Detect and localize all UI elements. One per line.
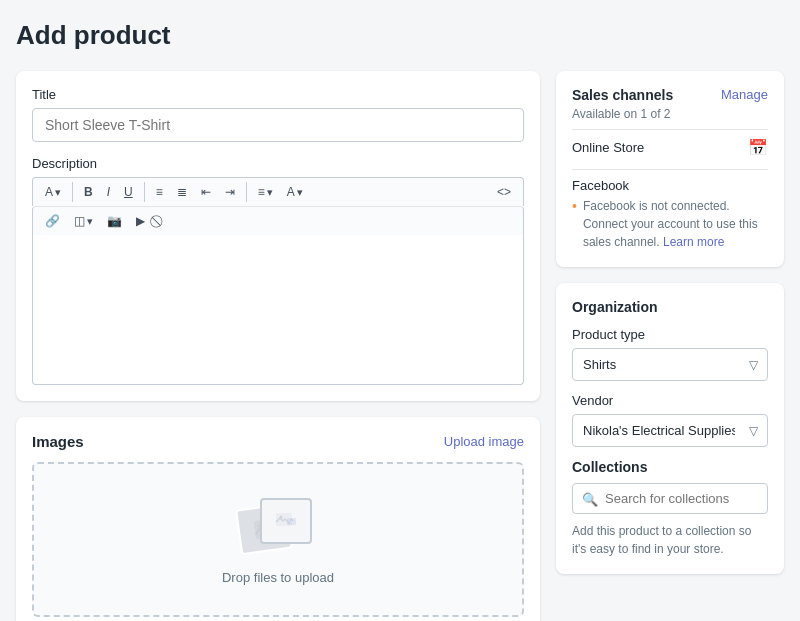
source-code-button[interactable]: <> bbox=[491, 182, 517, 202]
divider2 bbox=[144, 182, 145, 202]
vendor-select[interactable]: Nikola's Electrical Supplies Other Vendo… bbox=[572, 414, 768, 447]
underline-button[interactable]: U bbox=[118, 182, 139, 202]
product-type-wrapper: Shirts Pants Accessories ▽ bbox=[572, 348, 768, 381]
collections-hint: Add this product to a collection so it's… bbox=[572, 522, 768, 558]
editor-toolbar-row1: A ▾ B I U ≡ ≣ ⇤ ⇥ ≡ ▾ A ▾ <> bbox=[32, 177, 524, 206]
organization-card: Organization Product type Shirts Pants A… bbox=[556, 283, 784, 574]
table-button[interactable]: ◫ ▾ bbox=[68, 211, 99, 231]
page-wrapper: Add product Title Description A ▾ B I U … bbox=[0, 0, 800, 621]
product-type-select[interactable]: Shirts Pants Accessories bbox=[572, 348, 768, 381]
font-color-button[interactable]: A ▾ bbox=[281, 182, 309, 202]
facebook-section: Facebook • Facebook is not connected. Co… bbox=[572, 169, 768, 251]
italic-button[interactable]: I bbox=[101, 182, 116, 202]
vendor-wrapper: Nikola's Electrical Supplies Other Vendo… bbox=[572, 414, 768, 447]
facebook-message: • Facebook is not connected. Connect you… bbox=[572, 197, 768, 251]
page-title: Add product bbox=[16, 20, 784, 51]
sales-channels-subtitle: Available on 1 of 2 bbox=[572, 107, 673, 121]
editor-area[interactable] bbox=[32, 235, 524, 385]
main-layout: Title Description A ▾ B I U ≡ ≣ ⇤ ⇥ ≡ ▾ bbox=[16, 71, 784, 621]
outdent-button[interactable]: ⇤ bbox=[195, 182, 217, 202]
product-details-card: Title Description A ▾ B I U ≡ ≣ ⇤ ⇥ ≡ ▾ bbox=[16, 71, 540, 401]
unordered-list-button[interactable]: ≡ bbox=[150, 182, 169, 202]
product-type-label: Product type bbox=[572, 327, 768, 342]
bold-button[interactable]: B bbox=[78, 182, 99, 202]
facebook-name: Facebook bbox=[572, 178, 768, 193]
align-button[interactable]: ≡ ▾ bbox=[252, 182, 279, 202]
collections-title: Collections bbox=[572, 459, 768, 475]
vendor-label: Vendor bbox=[572, 393, 768, 408]
description-label: Description bbox=[32, 156, 524, 171]
calendar-icon[interactable]: 📅 bbox=[748, 138, 768, 157]
media-button[interactable]: ▶ bbox=[130, 211, 151, 231]
link-button[interactable]: 🔗 bbox=[39, 211, 66, 231]
sales-channels-title-group: Sales channels Available on 1 of 2 bbox=[572, 87, 673, 129]
sales-channels-header: Sales channels Available on 1 of 2 Manag… bbox=[572, 87, 768, 129]
font-family-button[interactable]: A ▾ bbox=[39, 182, 67, 202]
divider3 bbox=[246, 182, 247, 202]
collections-search-wrapper: 🔍 bbox=[572, 483, 768, 514]
photo-card-front bbox=[260, 498, 312, 544]
collections-search-input[interactable] bbox=[572, 483, 768, 514]
left-column: Title Description A ▾ B I U ≡ ≣ ⇤ ⇥ ≡ ▾ bbox=[16, 71, 540, 621]
divider bbox=[72, 182, 73, 202]
facebook-text: Facebook is not connected. Connect your … bbox=[583, 197, 768, 251]
online-store-name: Online Store bbox=[572, 140, 644, 155]
title-label: Title bbox=[32, 87, 524, 102]
image-button[interactable]: 📷 bbox=[101, 211, 128, 231]
indent-button[interactable]: ⇥ bbox=[219, 182, 241, 202]
upload-image-link[interactable]: Upload image bbox=[444, 434, 524, 449]
right-column: Sales channels Available on 1 of 2 Manag… bbox=[556, 71, 784, 574]
organization-title: Organization bbox=[572, 299, 768, 315]
online-store-row: Online Store 📅 bbox=[572, 129, 768, 165]
drop-zone[interactable]: Drop files to upload bbox=[32, 462, 524, 617]
bullet-icon: • bbox=[572, 197, 577, 217]
search-icon: 🔍 bbox=[582, 491, 598, 506]
images-card: Images Upload image bbox=[16, 417, 540, 621]
images-title: Images bbox=[32, 433, 84, 450]
sales-channels-title: Sales channels bbox=[572, 87, 673, 103]
ordered-list-button[interactable]: ≣ bbox=[171, 182, 193, 202]
sales-channels-card: Sales channels Available on 1 of 2 Manag… bbox=[556, 71, 784, 267]
editor-toolbar-row2: 🔗 ◫ ▾ 📷 ▶ ⃠ bbox=[32, 206, 524, 235]
title-input[interactable] bbox=[32, 108, 524, 142]
drop-text: Drop files to upload bbox=[222, 570, 334, 585]
images-header: Images Upload image bbox=[32, 433, 524, 450]
learn-more-link[interactable]: Learn more bbox=[663, 235, 724, 249]
remove-format-button[interactable]: ⃠ bbox=[153, 211, 165, 231]
manage-link[interactable]: Manage bbox=[721, 87, 768, 102]
drop-icon bbox=[238, 494, 318, 558]
